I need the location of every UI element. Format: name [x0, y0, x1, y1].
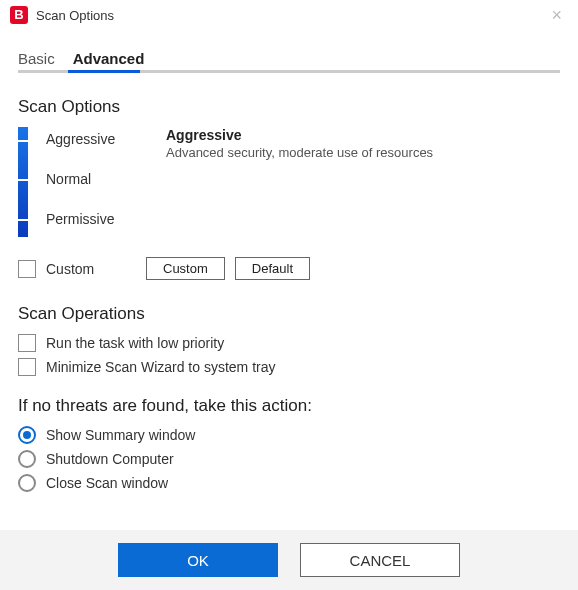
default-button[interactable]: Default [235, 257, 310, 280]
dialog-footer: OK CANCEL [0, 530, 578, 590]
radio-show-summary[interactable] [18, 426, 36, 444]
section-title-no-threats: If no threats are found, take this actio… [18, 396, 560, 416]
window-title: Scan Options [36, 8, 545, 23]
app-icon: B [10, 6, 28, 24]
radio-shutdown-computer[interactable] [18, 450, 36, 468]
tab-advanced[interactable]: Advanced [73, 46, 145, 73]
tab-basic[interactable]: Basic [18, 46, 55, 73]
label-shutdown-computer: Shutdown Computer [46, 451, 174, 467]
tab-active-indicator [68, 70, 140, 73]
label-minimize-tray: Minimize Scan Wizard to system tray [46, 359, 276, 375]
checkbox-custom[interactable] [18, 260, 36, 278]
label-close-scan-window: Close Scan window [46, 475, 168, 491]
ok-button[interactable]: OK [118, 543, 278, 577]
level-label-aggressive[interactable]: Aggressive [46, 131, 115, 147]
label-show-summary: Show Summary window [46, 427, 195, 443]
label-low-priority: Run the task with low priority [46, 335, 224, 351]
selected-level-desc: Advanced security, moderate use of resou… [166, 145, 433, 160]
tab-bar: Basic Advanced [0, 28, 578, 73]
title-bar: B Scan Options × [0, 0, 578, 28]
checkbox-low-priority[interactable] [18, 334, 36, 352]
section-title-scan-options: Scan Options [18, 97, 560, 117]
checkbox-minimize-tray[interactable] [18, 358, 36, 376]
level-label-permissive[interactable]: Permissive [46, 211, 114, 227]
radio-close-scan-window[interactable] [18, 474, 36, 492]
selected-level-name: Aggressive [166, 127, 433, 143]
level-label-normal[interactable]: Normal [46, 171, 91, 187]
cancel-button[interactable]: CANCEL [300, 543, 460, 577]
security-level-slider[interactable] [18, 127, 36, 237]
label-custom: Custom [46, 261, 136, 277]
section-title-scan-operations: Scan Operations [18, 304, 560, 324]
tab-underline [18, 70, 560, 73]
close-icon[interactable]: × [545, 6, 568, 24]
custom-button[interactable]: Custom [146, 257, 225, 280]
